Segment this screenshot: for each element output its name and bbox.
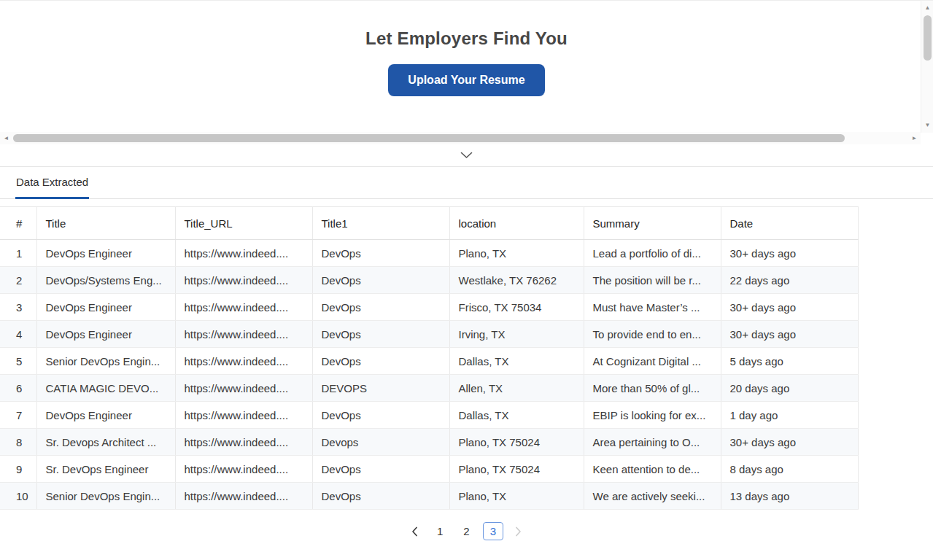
table-cell: https://www.indeed.... (175, 402, 312, 429)
table-cell: https://www.indeed.... (175, 375, 312, 402)
column-header: Title_URL (175, 207, 312, 240)
table-cell: 30+ days ago (721, 321, 858, 348)
table-cell: 30+ days ago (721, 240, 858, 267)
table-row: 6CATIA MAGIC DEVO...https://www.indeed..… (0, 375, 858, 402)
scroll-right-icon[interactable]: ► (909, 132, 920, 144)
table-cell: https://www.indeed.... (175, 267, 312, 294)
chevron-right-icon (515, 528, 522, 539)
page-button-2[interactable]: 2 (456, 522, 476, 540)
table-cell: 7 (0, 402, 36, 429)
pagination: 123 (0, 522, 933, 540)
table-row: 10Senior DevOps Engin...https://www.inde… (0, 483, 858, 510)
table-cell: 5 (0, 348, 36, 375)
table-cell: We are actively seeki... (584, 483, 721, 510)
next-page-button[interactable] (509, 524, 527, 540)
vertical-scrollbar-thumb[interactable] (924, 15, 932, 61)
page-button-1[interactable]: 1 (430, 522, 450, 540)
table-cell: Senior DevOps Engin... (36, 483, 175, 510)
scroll-up-icon[interactable]: ▲ (921, 2, 933, 14)
table-cell: https://www.indeed.... (175, 294, 312, 321)
table-cell: Plano, TX 75024 (449, 429, 584, 456)
table-cell: Dallas, TX (449, 402, 584, 429)
table-cell: 30+ days ago (721, 294, 858, 321)
table-cell: DevOps Engineer (36, 240, 175, 267)
table-cell: Plano, TX 75024 (449, 456, 584, 483)
table-cell: DevOps/Systems Eng... (36, 267, 175, 294)
column-header: Summary (584, 207, 721, 240)
table-cell: DevOps (312, 240, 449, 267)
table-cell: 5 days ago (721, 348, 858, 375)
table-cell: 6 (0, 375, 36, 402)
column-header: # (0, 207, 36, 240)
table-cell: DevOps (312, 456, 449, 483)
table-row: 5Senior DevOps Engin...https://www.indee… (0, 348, 858, 375)
table-cell: DevOps (312, 483, 449, 510)
data-extracted-panel: Data Extracted #TitleTitle_URLTitle1loca… (0, 166, 933, 540)
table-cell: 13 days ago (721, 483, 858, 510)
collapse-row (0, 144, 933, 166)
table-header-row: #TitleTitle_URLTitle1locationSummaryDate (0, 207, 858, 240)
scroll-down-icon[interactable]: ▼ (921, 120, 933, 131)
table-cell: Lead a portfolio of di... (584, 240, 721, 267)
table-cell: Area pertaining to O... (584, 429, 721, 456)
table-cell: Senior DevOps Engin... (36, 348, 175, 375)
table-cell: CATIA MAGIC DEVO... (36, 375, 175, 402)
table-row: 3DevOps Engineerhttps://www.indeed....De… (0, 294, 858, 321)
table-cell: https://www.indeed.... (175, 456, 312, 483)
chevron-left-icon (411, 528, 418, 539)
table-cell: 9 (0, 456, 36, 483)
table-cell: 4 (0, 321, 36, 348)
table-row: 1DevOps Engineerhttps://www.indeed....De… (0, 240, 858, 267)
table-cell: 22 days ago (721, 267, 858, 294)
prev-page-button[interactable] (406, 524, 424, 540)
table-row: 8Sr. Devops Architect ...https://www.ind… (0, 429, 858, 456)
table-cell: DevOps (312, 402, 449, 429)
table-cell: DevOps Engineer (36, 402, 175, 429)
column-header: Date (721, 207, 858, 240)
embedded-page-preview: Let Employers Find You Upload Your Resum… (0, 0, 933, 144)
table-cell: 20 days ago (721, 375, 858, 402)
table-row: 9Sr. DevOps Engineerhttps://www.indeed..… (0, 456, 858, 483)
table-cell: Frisco, TX 75034 (449, 294, 584, 321)
table-cell: 1 (0, 240, 36, 267)
table-cell: Dallas, TX (449, 348, 584, 375)
table-row: 7DevOps Engineerhttps://www.indeed....De… (0, 402, 858, 429)
table-cell: DevOps (312, 267, 449, 294)
chevron-down-icon (460, 150, 473, 161)
table-cell: DevOps (312, 294, 449, 321)
table-cell: 3 (0, 294, 36, 321)
table-cell: Irving, TX (449, 321, 584, 348)
table-cell: DevOps (312, 348, 449, 375)
column-header: Title (36, 207, 175, 240)
table-cell: Allen, TX (449, 375, 584, 402)
table-cell: Westlake, TX 76262 (449, 267, 584, 294)
table-cell: At Cognizant Digital ... (584, 348, 721, 375)
table-cell: More than 50% of gl... (584, 375, 721, 402)
table-cell: Plano, TX (449, 240, 584, 267)
table-cell: Sr. DevOps Engineer (36, 456, 175, 483)
upload-resume-button[interactable]: Upload Your Resume (388, 64, 544, 96)
page-button-3[interactable]: 3 (483, 522, 503, 540)
table-cell: 30+ days ago (721, 429, 858, 456)
table-cell: DevOps Engineer (36, 321, 175, 348)
table-cell: https://www.indeed.... (175, 348, 312, 375)
preview-content: Let Employers Find You Upload Your Resum… (0, 1, 933, 133)
table-cell: 8 (0, 429, 36, 456)
table-cell: DevOps (312, 321, 449, 348)
table-cell: Must have Master’s ... (584, 294, 721, 321)
horizontal-scrollbar-thumb[interactable] (13, 134, 845, 142)
collapse-preview-button[interactable] (453, 149, 480, 162)
column-header: location (449, 207, 584, 240)
table-cell: 8 days ago (721, 456, 858, 483)
vertical-scrollbar[interactable]: ▲ ▼ (921, 1, 933, 133)
pagination-pages: 123 (430, 522, 503, 540)
table-cell: 1 day ago (721, 402, 858, 429)
preview-heading: Let Employers Find You (365, 28, 568, 49)
table-cell: Keen attention to de... (584, 456, 721, 483)
scroll-left-icon[interactable]: ◄ (1, 132, 12, 144)
tab-data-extracted[interactable]: Data Extracted (15, 167, 89, 199)
table-row: 2DevOps/Systems Eng...https://www.indeed… (0, 267, 858, 294)
table-cell: The position will be r... (584, 267, 721, 294)
horizontal-scrollbar[interactable]: ◄ ► (0, 132, 921, 144)
extracted-data-table: #TitleTitle_URLTitle1locationSummaryDate… (0, 206, 859, 510)
